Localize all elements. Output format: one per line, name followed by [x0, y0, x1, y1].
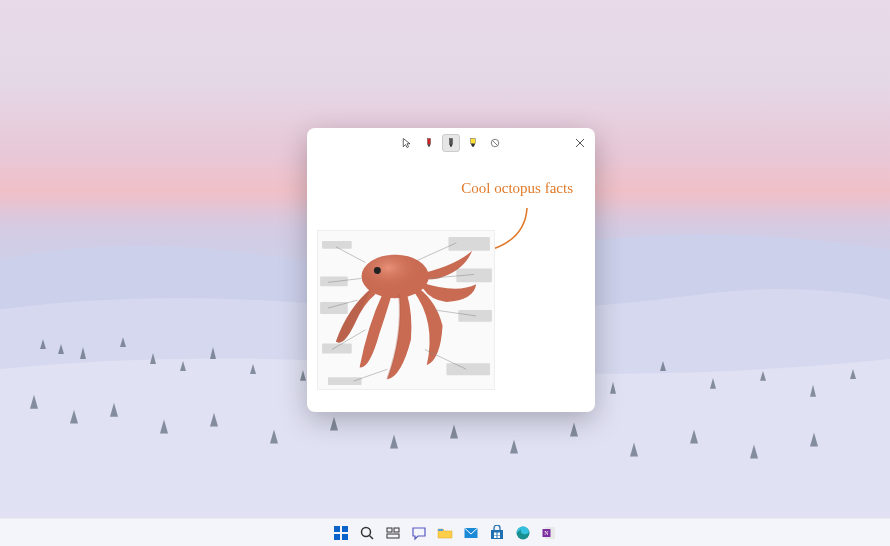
svg-rect-42 [494, 535, 497, 538]
annotation-toolbar [307, 128, 595, 158]
svg-rect-19 [322, 241, 352, 249]
svg-rect-26 [458, 310, 492, 322]
svg-text:N: N [544, 530, 549, 536]
pencil-tool[interactable] [442, 134, 460, 152]
ink-annotation-text: Cool octopus facts [461, 180, 573, 197]
search-button[interactable] [357, 523, 377, 543]
snipping-tool-window: Cool octopus facts [307, 128, 595, 412]
svg-rect-35 [394, 528, 399, 532]
svg-rect-36 [387, 534, 399, 538]
eraser-tool[interactable] [486, 134, 504, 152]
svg-rect-27 [446, 363, 489, 375]
svg-point-32 [362, 527, 371, 536]
svg-rect-37 [438, 529, 443, 531]
chat-button[interactable] [409, 523, 429, 543]
svg-rect-23 [328, 377, 362, 385]
svg-rect-22 [322, 344, 352, 354]
svg-rect-2 [471, 138, 476, 143]
svg-rect-31 [342, 534, 348, 540]
captured-screenshot [317, 230, 495, 390]
svg-rect-28 [334, 526, 340, 532]
mail-button[interactable] [461, 523, 481, 543]
svg-rect-41 [498, 532, 501, 535]
svg-rect-25 [456, 269, 492, 283]
svg-rect-20 [320, 276, 348, 286]
svg-rect-43 [498, 535, 501, 538]
start-button[interactable] [331, 523, 351, 543]
store-button[interactable] [487, 523, 507, 543]
onenote-button[interactable]: N [539, 523, 559, 543]
svg-rect-0 [428, 138, 431, 144]
ballpoint-pen-tool[interactable] [420, 134, 438, 152]
edge-button[interactable] [513, 523, 533, 543]
task-view-button[interactable] [383, 523, 403, 543]
svg-point-9 [374, 267, 381, 274]
highlighter-tool[interactable] [464, 134, 482, 152]
svg-rect-40 [494, 532, 497, 535]
svg-rect-30 [334, 534, 340, 540]
svg-line-33 [370, 535, 374, 539]
close-button[interactable] [573, 136, 587, 150]
svg-rect-1 [450, 138, 453, 144]
svg-rect-34 [387, 528, 392, 532]
svg-rect-39 [491, 530, 503, 539]
cursor-tool[interactable] [398, 134, 416, 152]
file-explorer-button[interactable] [435, 523, 455, 543]
svg-line-4 [493, 140, 498, 145]
svg-rect-29 [342, 526, 348, 532]
svg-line-10 [336, 247, 366, 263]
taskbar: N [0, 518, 890, 546]
svg-rect-21 [320, 302, 348, 314]
svg-rect-24 [448, 237, 489, 251]
snip-canvas[interactable]: Cool octopus facts [307, 158, 595, 412]
